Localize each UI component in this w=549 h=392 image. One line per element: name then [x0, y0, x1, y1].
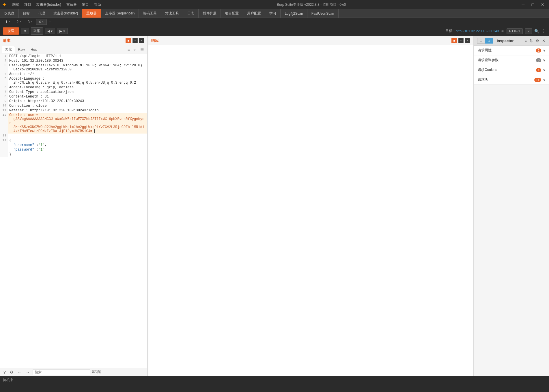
line-content-13 [8, 134, 147, 138]
line-content-11: Referer : http://101.32.220.189:30243/lo… [8, 108, 147, 113]
response-view-btn-2[interactable]: ▪ [458, 38, 464, 43]
tab-dashboard[interactable]: 仪表盘 [0, 9, 19, 18]
repeater-tab-2[interactable]: 2 × [14, 19, 25, 25]
prev-button[interactable]: ◀ ▾ [45, 28, 55, 34]
response-view-btn-3[interactable]: ▪ [465, 38, 470, 43]
repeater-tab-4-close[interactable]: × [42, 20, 44, 23]
code-line-12: 12 Cookie : user= gASVcgAAAAAAAACMCGJ1aW… [0, 113, 147, 134]
repeater-tab-2-close[interactable]: × [20, 20, 21, 23]
line-content-9: Origin : http://101.32.220.189:30243 [8, 99, 147, 104]
tab-log4j2scan[interactable]: Log4j2Scan [281, 9, 307, 18]
tab-logger[interactable]: 日志 [183, 9, 199, 18]
inspector-section-cookies-count: 1 [536, 68, 541, 72]
request-code-editor[interactable]: 1 POST /api/login HTTP/1.1 2 Host: 101.3… [0, 54, 147, 368]
inspector-view-request[interactable]: ⊡ [477, 38, 485, 44]
tab-fastusonscan[interactable]: FastUsonScan [307, 9, 339, 18]
code-line-13: 13 [0, 134, 147, 138]
tab-user-config[interactable]: 用户配置 [243, 9, 265, 18]
menu-window[interactable]: 窗口 [80, 1, 91, 8]
line-num-16 [0, 152, 8, 157]
request-tab-pretty[interactable]: 美化 [2, 46, 15, 53]
send-button[interactable]: 发送 [3, 27, 19, 35]
tab-encoder[interactable]: 编码工具 [139, 9, 161, 18]
view-btn-hex[interactable]: ▪ [139, 38, 144, 43]
inspector-section-headers-count: 11 [534, 78, 541, 82]
tab-repeater[interactable]: 重放器 [82, 9, 101, 18]
view-btn-pretty[interactable]: ■ [126, 38, 132, 43]
more-options-icon[interactable]: ⋮ [541, 28, 546, 34]
menu-intruder[interactable]: 攻击器(Intruder) [34, 1, 63, 8]
main-content: 请求 ■ ▪ ▪ 美化 Raw Hex ≡ ↵ ☰ 1 POST /api/lo… [0, 36, 549, 376]
code-line-6: 6 Accept-Encoding : gzip, deflate [0, 85, 147, 90]
tab-project-config[interactable]: 项目配置 [221, 9, 243, 18]
code-line-11: 11 Referer : http://101.32.220.189:30243… [0, 108, 147, 113]
settings-button[interactable]: ⚙ [21, 28, 29, 34]
line-content-16: } [8, 152, 147, 157]
inspector-format-icon[interactable]: ≡ [524, 38, 528, 44]
repeater-tab-1[interactable]: 1 × [2, 19, 14, 25]
response-view-btn-1[interactable]: ■ [451, 38, 457, 43]
inspector-section-attributes-label: 请求属性 [478, 48, 536, 53]
request-tab-raw[interactable]: Raw [15, 47, 28, 52]
repeater-tab-4[interactable]: 4 × [36, 19, 47, 25]
next-match-button[interactable]: → [25, 369, 31, 375]
code-line-14: 14 { [0, 138, 147, 143]
view-btn-raw[interactable]: ▪ [132, 38, 138, 43]
menu-repeater[interactable]: 重放器 [64, 1, 79, 8]
code-line-10: 10 Connection : close [0, 104, 147, 108]
repeater-tab-1-close[interactable]: × [9, 20, 10, 23]
line-num-9: 9 [0, 99, 8, 104]
tab-learn[interactable]: 学习 [265, 9, 281, 18]
help-button[interactable]: ? [525, 28, 532, 34]
inspector-split-icon[interactable]: ⇅ [529, 38, 534, 44]
inspector-section-query-header[interactable]: 请求查询参数 0 ∨ [474, 55, 549, 65]
wrap-icon[interactable]: ☰ [139, 47, 145, 52]
inspector-section-query: 请求查询参数 0 ∨ [474, 55, 549, 65]
request-tab-hex[interactable]: Hex [28, 47, 40, 52]
tab-comparer[interactable]: 对比工具 [161, 9, 183, 18]
repeater-tab-3[interactable]: 3 × [25, 19, 36, 25]
line-content-5: Accept-Language : zh-CN,zh;q=0.8,zh-TW;q… [8, 76, 147, 85]
tab-intruder[interactable]: 攻击器(Intruder) [49, 9, 82, 18]
prev-match-button[interactable]: ← [16, 369, 23, 375]
next-button[interactable]: ▶ ▾ [57, 28, 67, 34]
inspector-close-icon[interactable]: ✕ [541, 38, 546, 44]
search-input[interactable] [33, 369, 90, 375]
burp-logo: ✦ [2, 2, 6, 7]
line-content-6: Accept-Encoding : gzip, deflate [8, 85, 147, 90]
add-repeater-tab-button[interactable]: + [47, 19, 53, 25]
http-version-button[interactable]: HTTP/1 [507, 28, 523, 34]
help-bottom-icon[interactable]: ? [2, 369, 7, 375]
tab-sequencer[interactable]: 走序器(Sequencer) [101, 9, 139, 18]
tab-target[interactable]: 目标 [19, 9, 34, 18]
inspector-title: Inspector [497, 39, 514, 43]
inspector-view-response[interactable]: ⊟ [485, 38, 493, 44]
search-icon[interactable]: 🔍 [534, 29, 539, 33]
inspector-section-cookies-header[interactable]: 请求Cookies 1 ∨ [474, 65, 549, 75]
format-icon[interactable]: ≡ [126, 47, 131, 52]
settings-bottom-icon[interactable]: ⚙ [9, 369, 15, 375]
line-num-3: 3 [0, 63, 8, 72]
indent-icon[interactable]: ↵ [132, 47, 138, 52]
menu-help[interactable]: 帮助 [92, 1, 103, 8]
inspector-section-headers-header[interactable]: 请求头 11 ∨ [474, 75, 549, 85]
titlebar-left: ✦ Burp 项目 攻击器(Intruder) 重放器 窗口 帮助 [2, 1, 103, 8]
tab-extender[interactable]: 插件扩展 [199, 9, 221, 18]
titlebar-menu: Burp 项目 攻击器(Intruder) 重放器 窗口 帮助 [10, 1, 103, 8]
tab-proxy[interactable]: 代理 [34, 9, 49, 18]
inspector-section-attributes: 请求属性 2 ∨ [474, 46, 549, 55]
minimize-button[interactable]: ─ [520, 1, 527, 8]
menu-project[interactable]: 项目 [22, 1, 33, 8]
inspector-section-headers: 请求头 11 ∨ [474, 75, 549, 85]
cancel-button[interactable]: 取消 [31, 27, 43, 35]
inspector-section-attributes-header[interactable]: 请求属性 2 ∨ [474, 46, 549, 55]
inspector-settings-icon[interactable]: ⚙ [535, 38, 540, 44]
edit-target-icon[interactable]: ✏ [501, 29, 504, 33]
inspector-view-toggle: ⊡ ⊟ [477, 38, 493, 44]
toolbar-right: 目标: http://101.32.220.189:30243 ✏ HTTP/1… [445, 28, 546, 34]
menu-burp[interactable]: Burp [10, 1, 21, 8]
maximize-button[interactable]: □ [529, 1, 536, 8]
repeater-tab-3-close[interactable]: × [31, 20, 33, 23]
close-button[interactable]: ✕ [539, 1, 547, 8]
inspector-header-icons: ≡ ⇅ ⚙ ✕ [524, 38, 546, 44]
